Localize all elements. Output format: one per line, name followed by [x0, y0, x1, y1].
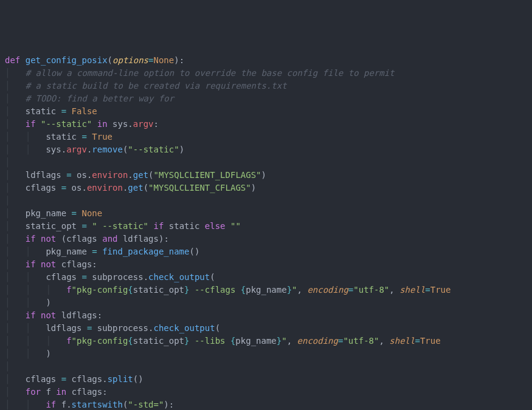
code-line[interactable]: def get_config_posix(options=None): — [5, 54, 532, 67]
code-line[interactable]: │ │ pkg_name = find_package_name() — [5, 245, 532, 258]
code-line[interactable]: │ cflags = cflags.split() — [5, 373, 532, 386]
code-editor[interactable]: def get_config_posix(options=None):│ # a… — [5, 54, 532, 410]
code-line[interactable]: │ │ if f.startswith("-std="): — [5, 398, 532, 410]
code-line[interactable]: │ │ static = True — [5, 131, 532, 143]
code-line[interactable]: │ if not (cflags and ldflags): — [5, 233, 532, 245]
code-line[interactable]: │ # TODO: find a better way for — [5, 92, 532, 105]
code-line[interactable]: │ │ ) — [5, 347, 532, 360]
code-line[interactable]: │ │ │ f"pkg-config{static_opt} --libs {p… — [5, 335, 532, 347]
code-line[interactable]: │ # a static build to be created via req… — [5, 80, 532, 92]
code-line[interactable]: │ │ ) — [5, 296, 532, 309]
code-line[interactable]: │ — [5, 360, 532, 373]
code-line[interactable]: │ if not cflags: — [5, 258, 532, 271]
code-line[interactable]: │ static = False — [5, 105, 532, 118]
code-line[interactable]: │ if "--static" in sys.argv: — [5, 118, 532, 131]
code-line[interactable]: │ pkg_name = None — [5, 207, 532, 220]
code-line[interactable]: │ cflags = os.environ.get("MYSQLCLIENT_C… — [5, 182, 532, 194]
code-line[interactable]: │ static_opt = " --static" if static els… — [5, 220, 532, 233]
code-line[interactable]: │ │ ldflags = subprocess.check_output( — [5, 322, 532, 335]
code-line[interactable]: │ # allow a command-line option to overr… — [5, 67, 532, 80]
code-line[interactable]: │ if not ldflags: — [5, 309, 532, 322]
code-line[interactable]: │ — [5, 194, 532, 207]
code-line[interactable]: │ │ │ f"pkg-config{static_opt} --cflags … — [5, 284, 532, 296]
code-line[interactable]: │ ldflags = os.environ.get("MYSQLCLIENT_… — [5, 169, 532, 182]
code-line[interactable]: │ │ cflags = subprocess.check_output( — [5, 271, 532, 284]
code-line[interactable]: │ for f in cflags: — [5, 386, 532, 398]
code-line[interactable]: │ │ sys.argv.remove("--static") — [5, 143, 532, 156]
code-line[interactable]: │ — [5, 156, 532, 169]
